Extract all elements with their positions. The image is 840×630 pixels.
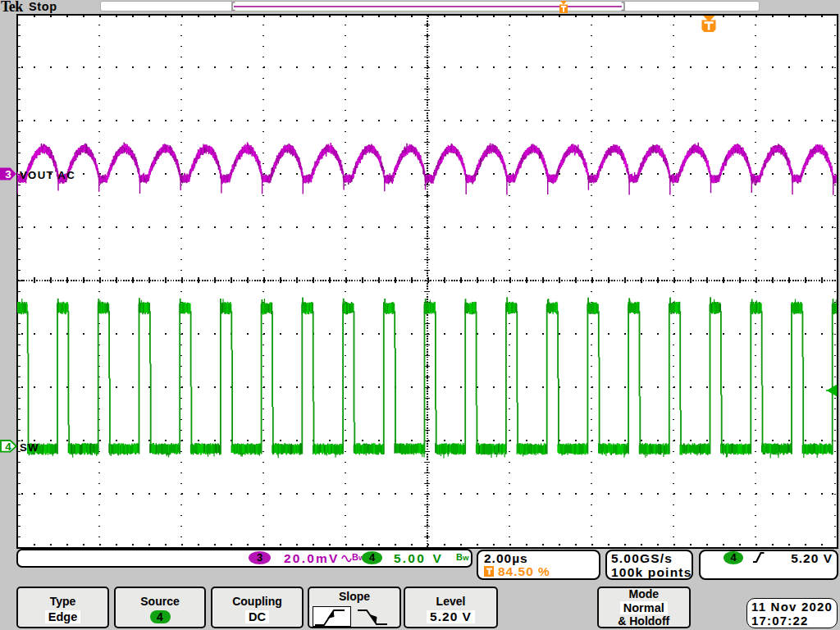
svg-text:SW: SW bbox=[20, 441, 39, 454]
svg-text:VOUT AC: VOUT AC bbox=[20, 169, 75, 181]
svg-text:3: 3 bbox=[5, 168, 11, 180]
svg-text:4: 4 bbox=[5, 441, 11, 453]
